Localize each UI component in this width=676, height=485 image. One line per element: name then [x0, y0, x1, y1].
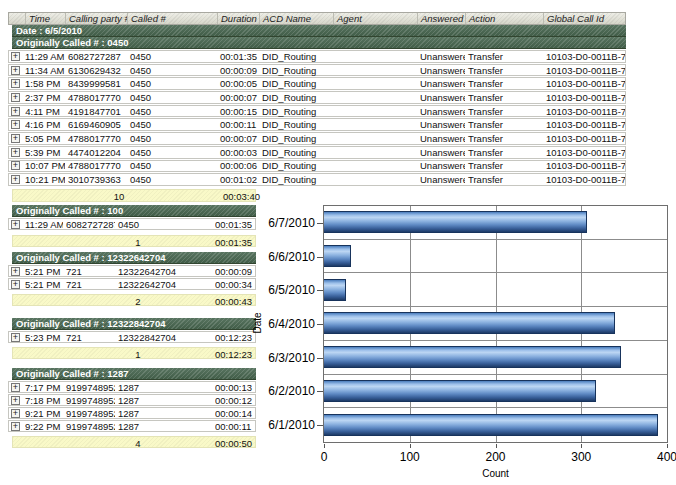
expand-plus-icon[interactable]: +	[11, 107, 20, 116]
cell-duration: 00:00:06	[217, 160, 259, 171]
cell-answered: Unanswered	[417, 65, 465, 76]
call-row: +9:22 PM9199748952128700:00:11	[8, 420, 256, 432]
call-row: +5:39 PM4474012204045000:00:03DID_Routin…	[8, 146, 626, 159]
expand-plus-icon[interactable]: +	[11, 422, 20, 431]
expand-cell: +	[9, 409, 25, 418]
cell-called: 0450	[127, 174, 217, 185]
group-section: Originally Called # : 12322842704+5:23 P…	[8, 318, 256, 359]
column-header-time: Time	[25, 13, 65, 24]
expand-plus-icon[interactable]: +	[11, 79, 20, 88]
expand-plus-icon[interactable]: +	[11, 120, 20, 129]
cell-action: Transfer	[465, 92, 543, 103]
chart-bar	[324, 211, 587, 233]
y-axis-tick	[317, 425, 323, 426]
summary-row: 100:01:35	[12, 235, 256, 247]
category-band	[324, 240, 667, 274]
expand-cell: +	[9, 267, 25, 276]
expand-plus-icon[interactable]: +	[11, 134, 20, 143]
column-header-called: Called #	[127, 13, 217, 24]
expand-cell: +	[9, 107, 25, 116]
expand-cell: +	[9, 280, 25, 289]
y-axis-tick	[317, 257, 323, 258]
cell-time: 4:11 PM	[25, 106, 65, 117]
expand-plus-icon[interactable]: +	[11, 93, 20, 102]
category-band	[324, 341, 667, 375]
column-header-answered: Answered	[417, 13, 465, 24]
cell-time: 5:23 PM	[25, 332, 63, 343]
expand-plus-icon[interactable]: +	[11, 280, 20, 289]
cell-acd: DID_Routing	[259, 92, 333, 103]
category-band	[324, 307, 667, 341]
expand-plus-icon[interactable]: +	[11, 175, 20, 184]
x-axis-tick	[496, 444, 497, 448]
cell-time: 10:21 PM	[25, 174, 65, 185]
cell-action: Transfer	[465, 119, 543, 130]
cell-duration: 00:00:03	[217, 147, 259, 158]
cell-called: 0450	[127, 92, 217, 103]
cell-time: 11:34 AM	[25, 65, 65, 76]
cell-calling: 3010739363	[65, 174, 127, 185]
cell-duration: 00:00:12	[215, 395, 255, 406]
cell-called: 12322842704	[115, 332, 215, 343]
summary-total-duration: 00:12:23	[215, 349, 252, 360]
calls-per-day-chart: Date 6/7/20106/6/20106/5/20106/4/20106/3…	[252, 200, 676, 485]
y-axis-tick-label: 6/4/2010	[252, 317, 315, 331]
cell-time: 4:16 PM	[25, 119, 65, 130]
cell-action: Transfer	[465, 174, 543, 185]
cell-called: 1287	[115, 421, 215, 432]
summary-total-duration: 00:00:50	[215, 438, 252, 449]
cell-global_id: 10103-D0-0011B-768	[543, 51, 625, 62]
cell-called: 0450	[127, 119, 217, 130]
cell-global_id: 10103-D0-0011B-774	[543, 133, 625, 144]
table-body: +11:29 AM6082727287045000:01:35DID_Routi…	[8, 50, 626, 186]
expand-plus-icon[interactable]: +	[11, 220, 20, 229]
expand-plus-icon[interactable]: +	[11, 396, 20, 405]
cell-called: 0450	[115, 219, 215, 230]
cell-duration: 00:00:11	[217, 119, 259, 130]
expand-plus-icon[interactable]: +	[11, 267, 20, 276]
call-row: +10:07 PM4788017770045000:00:06DID_Routi…	[8, 160, 626, 173]
column-header-expand	[9, 13, 25, 24]
summary-call-count: 10	[99, 191, 139, 202]
cell-time: 1:58 PM	[25, 78, 65, 89]
cell-time: 11:29 AM	[25, 51, 65, 62]
call-row: +4:16 PM6169460905045000:00:11DID_Routin…	[8, 118, 626, 131]
chart-bar	[324, 245, 351, 267]
expand-plus-icon[interactable]: +	[11, 161, 20, 170]
expand-plus-icon[interactable]: +	[11, 383, 20, 392]
call-row: +11:29 AM6082727287045000:01:35DID_Routi…	[8, 50, 626, 63]
cell-time: 9:22 PM	[25, 421, 63, 432]
cell-called: 1287	[115, 382, 215, 393]
cell-time: 7:18 PM	[25, 395, 63, 406]
cell-duration: 00:01:02	[217, 174, 259, 185]
cell-calling: 4788017770	[65, 92, 127, 103]
group-section: Originally Called # : 12322642704+5:21 P…	[8, 252, 256, 306]
expand-plus-icon[interactable]: +	[11, 52, 20, 61]
expand-plus-icon[interactable]: +	[11, 148, 20, 157]
column-header-duration: Duration	[217, 13, 259, 24]
x-axis-tick-label: 200	[474, 450, 518, 464]
call-row: +11:29 AM6082727287045000:01:35	[8, 218, 256, 230]
cell-calling: 721	[63, 279, 115, 290]
expand-cell: +	[9, 148, 25, 157]
expand-plus-icon[interactable]: +	[11, 66, 20, 75]
cell-duration: 00:00:34	[215, 279, 255, 290]
summary-call-count: 4	[113, 438, 163, 449]
y-axis-tick	[317, 324, 323, 325]
expand-plus-icon[interactable]: +	[11, 333, 20, 342]
expand-cell: +	[9, 422, 25, 431]
summary-row: 400:00:50	[12, 436, 256, 448]
cell-calling: 9199748952	[63, 408, 115, 419]
expand-cell: +	[9, 396, 25, 405]
expand-cell: +	[9, 52, 25, 61]
cell-calling: 6130629432	[65, 65, 127, 76]
cell-action: Transfer	[465, 65, 543, 76]
expand-cell: +	[9, 134, 25, 143]
cell-called: 0450	[127, 147, 217, 158]
summary-row: 100:12:23	[12, 347, 256, 359]
cell-calling: 6169460905	[65, 119, 127, 130]
expand-plus-icon[interactable]: +	[11, 409, 20, 418]
cell-acd: DID_Routing	[259, 106, 333, 117]
cell-action: Transfer	[465, 160, 543, 171]
cell-time: 9:21 PM	[25, 408, 63, 419]
